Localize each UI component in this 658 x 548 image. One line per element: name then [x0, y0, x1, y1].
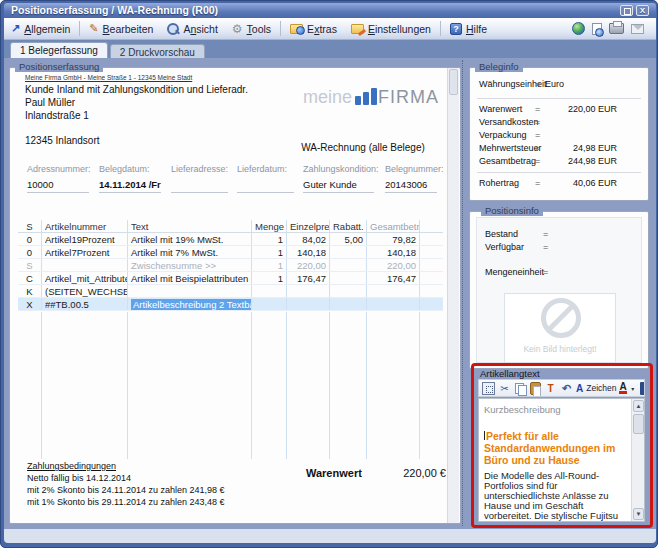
field-lieferadresse[interactable]: Lieferadresse: [171, 164, 237, 193]
lieferdatum-input[interactable] [237, 179, 303, 191]
menu-extras[interactable]: Extras [283, 18, 344, 39]
scrollbar-thumb[interactable] [633, 414, 644, 434]
zahlungskondition-input[interactable]: Guter Kunde [303, 179, 385, 191]
tab-druckvorschau[interactable]: 2 Druckvorschau [110, 44, 205, 59]
menu-separator [79, 21, 80, 36]
format-painter-icon[interactable] [544, 382, 557, 395]
document-clock-icon[interactable] [592, 23, 602, 35]
menu-einstellungen[interactable]: Einstellungen [344, 18, 438, 39]
edit-icon [89, 22, 98, 35]
table-row[interactable]: 0 Artikel7Prozent Artikel mit 7% MwSt. 1… [18, 246, 443, 259]
positionsinfo-row-verfuegbar: Verfügbar = [485, 242, 635, 254]
beleginfo-row-verpackung: Verpackung = [477, 130, 643, 142]
select-all-icon[interactable] [482, 382, 495, 395]
menu-bearbeiten[interactable]: Bearbeiten [82, 18, 160, 39]
artikellangtext-editor[interactable]: Kurzbeschreibung Perfekt für alle Standa… [478, 398, 645, 522]
scrollbar-thumb[interactable] [449, 69, 458, 95]
beleginfo-row-warenwert: Warenwert = 220,00 EUR [477, 104, 643, 116]
logo-text-meine: meine [303, 88, 352, 106]
undo-icon[interactable] [560, 382, 573, 395]
printer-icon[interactable] [609, 23, 624, 34]
table-row[interactable]: K (SEITEN_WECHSEL) [18, 285, 443, 298]
menu-separator [280, 21, 281, 36]
globe-icon[interactable] [572, 22, 585, 35]
article-body: Die Modelle des All-Round-Portfolios sin… [484, 471, 624, 522]
menu-tools[interactable]: Tools [225, 18, 278, 39]
menu-label: Einstellungen [368, 23, 431, 35]
menu-ansicht[interactable]: Ansicht [160, 18, 224, 39]
mail-icon[interactable] [631, 24, 644, 34]
menu-allgemein[interactable]: Allgemein [4, 18, 77, 39]
scroll-up-icon[interactable]: ▲ [633, 400, 644, 412]
selected-cell-text[interactable]: Artikelbeschreibung 2 Textbaustein [131, 299, 252, 310]
beleginfo-row-waehrungseinheit: Währungseinheit = Euro [477, 79, 643, 91]
table-row[interactable]: 0 Artikel19Prozent Artikel mit 19% MwSt.… [18, 233, 443, 246]
menu-label: Bearbeiten [103, 23, 154, 35]
field-belegnummer[interactable]: Belegnummer: 20143006 [385, 164, 445, 193]
gear-icon [232, 22, 243, 36]
menu-label: Ansicht [183, 23, 217, 35]
positionserfassung-group-label: Positionserfassung [15, 61, 103, 72]
customer-street: Inlandstraße 1 [25, 110, 89, 121]
window-bottom-strip [4, 529, 656, 543]
cursor-icon[interactable] [640, 382, 645, 395]
field-adressnummer[interactable]: Adressnummer: 10000 [27, 164, 99, 193]
copy-icon[interactable] [514, 382, 527, 395]
table-row[interactable]: C Artikel_mit_Attributen Artikel mit Bei… [18, 272, 443, 285]
beleginfo-row-mehrwertsteuer: Mehrwertsteuer = 24,98 EUR [477, 143, 643, 155]
customer-contact: Paul Müller [25, 97, 75, 108]
field-zahlungskondition[interactable]: Zahlungskondition: Guter Kunde [303, 164, 385, 193]
belegdatum-input[interactable]: 14.11.2014 /Fr [99, 179, 171, 191]
tab-belegerfassung[interactable]: 1 Belegerfassung [10, 42, 108, 59]
magnifier-icon [167, 23, 179, 35]
chevron-down-icon[interactable]: ▾ [630, 382, 636, 395]
total-label: Warenwert [306, 467, 382, 479]
table-gridlines-extension [18, 312, 443, 459]
menu-bar: Allgemein Bearbeiten Ansicht Tools Extra… [4, 18, 656, 40]
customer-city: 12345 Inlandsort [25, 135, 100, 146]
scroll-down-icon[interactable]: ▼ [633, 508, 644, 520]
divider [477, 172, 641, 173]
folder-globe-icon [290, 24, 303, 34]
restore-icon[interactable] [620, 5, 633, 16]
beleginfo-row-gesamtbetrag: Gesamtbetrag = 244,98 EUR [477, 156, 643, 168]
text-cursor [484, 431, 485, 440]
payment-line: Netto fällig bis 14.12.2014 [27, 472, 224, 484]
menu-separator [440, 21, 441, 36]
font-color-icon[interactable]: A [619, 382, 626, 394]
char-format-icon[interactable]: A [576, 382, 583, 395]
editor-scrollbar[interactable]: ▲ ▼ [631, 399, 644, 521]
menu-hilfe[interactable]: Hilfe [443, 18, 494, 39]
title-bar[interactable]: Positionserfassung / WA-Rechnung (R00) [4, 3, 656, 18]
editor-content: Kurzbeschreibung Perfekt für alle Standa… [484, 404, 624, 522]
paste-icon[interactable] [530, 382, 541, 395]
window-title: Positionserfassung / WA-Rechnung (R00) [11, 4, 218, 16]
article-image-placeholder: Kein Bild hinterlegt! [504, 293, 616, 363]
payment-line: mit 2% Skonto bis 24.11.2014 zu zahlen 2… [27, 484, 224, 496]
zeichen-button[interactable]: Zeichen [586, 382, 616, 395]
close-icon[interactable] [636, 5, 649, 16]
customer-name: Kunde Inland mit Zahlungskondition und L… [25, 84, 248, 95]
arrow-up-right-icon [11, 22, 20, 35]
document-type-title: WA-Rechnung (alle Belege) [287, 142, 439, 153]
belegnummer-input[interactable]: 20143006 [385, 179, 445, 191]
cut-icon[interactable] [498, 382, 511, 395]
adressnummer-input[interactable]: 10000 [27, 179, 99, 191]
field-lieferdatum[interactable]: Lieferdatum: [237, 164, 303, 193]
menu-label: Allgemein [24, 23, 70, 35]
logo-text-firma: FIRMA [378, 88, 439, 106]
total-value: 220,00 € [382, 467, 446, 479]
positions-table: S Artikelnummer Text Menge Einzelpreis R… [18, 220, 443, 311]
document-scrollbar[interactable] [447, 68, 459, 523]
table-header-row: S Artikelnummer Text Menge Einzelpreis R… [18, 220, 443, 233]
table-row-selected[interactable]: X ##TB.00.5 Artikelbeschreibung 2 Textba… [18, 298, 443, 311]
positionsinfo-row-mengeneinheit: Mengeneinheit = [485, 267, 635, 279]
lieferadresse-input[interactable] [171, 179, 237, 191]
bar-chart-icon [355, 88, 377, 105]
field-belegdatum[interactable]: Belegdatum: 14.11.2014 /Fr [99, 164, 171, 193]
help-icon [450, 23, 462, 35]
kurzbeschreibung-text: Kurzbeschreibung [484, 404, 624, 415]
panel-splitter[interactable] [462, 60, 463, 526]
table-row-subtotal[interactable]: S Zwischensumme >> 1 220,00 220,00 [18, 259, 443, 272]
menu-label: Extras [307, 23, 337, 35]
